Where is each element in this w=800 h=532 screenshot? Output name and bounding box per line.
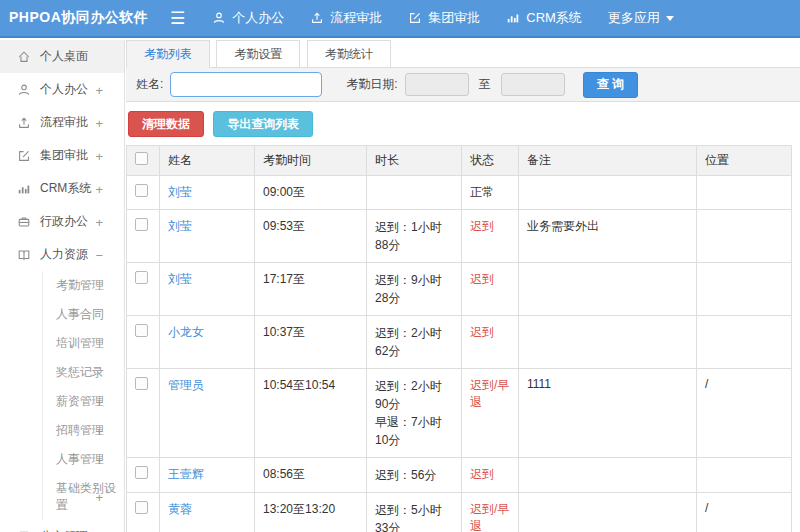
row-remark-cell bbox=[519, 176, 697, 210]
date-to-input[interactable] bbox=[501, 73, 565, 96]
sidebar-sub-salary[interactable]: 薪资管理+ bbox=[43, 387, 124, 416]
collapse-icon[interactable]: − bbox=[95, 247, 103, 262]
row-time-cell: 10:54至10:54 bbox=[255, 369, 367, 458]
header-remark: 备注 bbox=[519, 146, 697, 176]
sidebar-sub-recruitment[interactable]: 招聘管理+ bbox=[43, 416, 124, 445]
nav-item-group-approval[interactable]: 集团审批 bbox=[395, 0, 493, 37]
row-checkbox-cell bbox=[127, 263, 160, 316]
date-from-input[interactable] bbox=[405, 73, 469, 96]
expand-icon[interactable]: + bbox=[95, 82, 103, 97]
sidebar-sub-attendance[interactable]: 考勤管理 bbox=[43, 271, 124, 300]
row-checkbox[interactable] bbox=[135, 377, 148, 390]
row-checkbox[interactable] bbox=[135, 501, 148, 514]
row-remark-cell bbox=[519, 316, 697, 369]
table-row: 管理员 10:54至10:54 迟到：2小时90分早退：7小时10分 迟到/早退… bbox=[127, 369, 792, 458]
row-remark-cell: 业务需要外出 bbox=[519, 210, 697, 263]
sidebar-item-desktop[interactable]: 个人桌面 bbox=[0, 40, 124, 73]
row-location-cell bbox=[697, 263, 792, 316]
sidebar-sub-personnel[interactable]: 人事管理+ bbox=[43, 445, 124, 474]
sidebar-item-documents[interactable]: 公文管理 + bbox=[0, 520, 124, 532]
row-checkbox[interactable] bbox=[135, 271, 148, 284]
row-remark-cell: 1111 bbox=[519, 369, 697, 458]
row-location-cell: / bbox=[697, 369, 792, 458]
sidebar-item-personal-office[interactable]: 个人办公 + bbox=[0, 73, 124, 106]
name-search-input[interactable] bbox=[170, 72, 322, 97]
sidebar-item-admin-office[interactable]: 行政办公 + bbox=[0, 205, 124, 238]
row-remark-cell bbox=[519, 263, 697, 316]
table-row: 刘莹 17:17至 迟到：9小时28分 迟到 bbox=[127, 263, 792, 316]
row-checkbox-cell bbox=[127, 369, 160, 458]
expand-icon[interactable]: + bbox=[95, 423, 103, 438]
row-duration-cell: 迟到：9小时28分 bbox=[367, 263, 462, 316]
select-all-checkbox[interactable] bbox=[135, 152, 148, 165]
employee-name-link[interactable]: 刘莹 bbox=[168, 272, 192, 286]
row-status-cell: 迟到 bbox=[462, 316, 519, 369]
row-duration-cell: 迟到：2小时62分 bbox=[367, 316, 462, 369]
row-checkbox-cell bbox=[127, 493, 160, 532]
row-name-cell: 刘莹 bbox=[160, 210, 255, 263]
row-status-cell: 正常 bbox=[462, 176, 519, 210]
chart-icon bbox=[506, 11, 520, 25]
row-name-cell: 管理员 bbox=[160, 369, 255, 458]
nav-item-workflow-approval[interactable]: 流程审批 bbox=[297, 0, 395, 37]
employee-name-link[interactable]: 管理员 bbox=[168, 378, 204, 392]
employee-name-link[interactable]: 小龙女 bbox=[168, 325, 204, 339]
sidebar-item-group-approval[interactable]: 集团审批 + bbox=[0, 139, 124, 172]
nav-item-personal-office[interactable]: 个人办公 bbox=[199, 0, 297, 37]
expand-icon[interactable]: + bbox=[95, 214, 103, 229]
expand-icon[interactable]: + bbox=[95, 148, 103, 163]
sidebar-sub-rewards[interactable]: 奖惩记录 bbox=[43, 358, 124, 387]
sidebar-item-crm[interactable]: CRM系统 + bbox=[0, 172, 124, 205]
row-remark-cell bbox=[519, 493, 697, 532]
toolbar: 清理数据 导出查询列表 bbox=[126, 102, 800, 145]
edit-icon bbox=[17, 149, 32, 163]
expand-icon[interactable]: + bbox=[95, 394, 103, 409]
user-icon bbox=[212, 11, 226, 25]
sidebar-item-workflow-approval[interactable]: 流程审批 + bbox=[0, 106, 124, 139]
expand-icon[interactable]: + bbox=[95, 115, 103, 130]
clean-data-button[interactable]: 清理数据 bbox=[128, 111, 204, 137]
export-list-button[interactable]: 导出查询列表 bbox=[213, 111, 313, 137]
row-checkbox-cell bbox=[127, 210, 160, 263]
header-duration: 时长 bbox=[367, 146, 462, 176]
row-name-cell: 小龙女 bbox=[160, 316, 255, 369]
row-name-cell: 王壹辉 bbox=[160, 458, 255, 493]
row-time-cell: 09:53至 bbox=[255, 210, 367, 263]
hamburger-menu-icon[interactable]: ☰ bbox=[170, 8, 185, 29]
row-checkbox[interactable] bbox=[135, 324, 148, 337]
row-checkbox-cell bbox=[127, 458, 160, 493]
tab-attendance-list[interactable]: 考勤列表 bbox=[126, 40, 210, 68]
row-time-cell: 09:00至 bbox=[255, 176, 367, 210]
row-checkbox[interactable] bbox=[135, 466, 148, 479]
tab-bar: 考勤列表 考勤设置 考勤统计 bbox=[126, 40, 800, 68]
sidebar-sub-base-category[interactable]: 基础类别设置+ bbox=[43, 474, 124, 520]
tab-attendance-stats[interactable]: 考勤统计 bbox=[307, 40, 391, 68]
date-label: 考勤日期: bbox=[346, 76, 397, 93]
row-checkbox[interactable] bbox=[135, 184, 148, 197]
tab-attendance-settings[interactable]: 考勤设置 bbox=[216, 40, 300, 68]
sidebar-item-hr[interactable]: 人力资源 − bbox=[0, 238, 124, 271]
app-logo: PHPOA协同办公软件 bbox=[0, 9, 158, 27]
employee-name-link[interactable]: 刘莹 bbox=[168, 219, 192, 233]
row-location-cell bbox=[697, 316, 792, 369]
row-name-cell: 刘莹 bbox=[160, 176, 255, 210]
row-checkbox-cell bbox=[127, 176, 160, 210]
nav-item-more-apps[interactable]: 更多应用 bbox=[595, 0, 687, 37]
row-status-cell: 迟到 bbox=[462, 458, 519, 493]
row-location-cell bbox=[697, 458, 792, 493]
sidebar-sub-contract[interactable]: 人事合同 bbox=[43, 300, 124, 329]
nav-item-crm[interactable]: CRM系统 bbox=[493, 0, 595, 37]
table-row: 刘莹 09:00至 正常 bbox=[127, 176, 792, 210]
sidebar-sub-training[interactable]: 培训管理 bbox=[43, 329, 124, 358]
row-checkbox[interactable] bbox=[135, 218, 148, 231]
expand-icon[interactable]: + bbox=[95, 490, 103, 505]
row-time-cell: 10:37至 bbox=[255, 316, 367, 369]
expand-icon[interactable]: + bbox=[95, 452, 103, 467]
query-button[interactable]: 查 询 bbox=[583, 72, 638, 98]
employee-name-link[interactable]: 黄蓉 bbox=[168, 502, 192, 516]
expand-icon[interactable]: + bbox=[95, 181, 103, 196]
employee-name-link[interactable]: 王壹辉 bbox=[168, 467, 204, 481]
header-checkbox-cell bbox=[127, 146, 160, 176]
row-remark-cell bbox=[519, 458, 697, 493]
employee-name-link[interactable]: 刘莹 bbox=[168, 185, 192, 199]
